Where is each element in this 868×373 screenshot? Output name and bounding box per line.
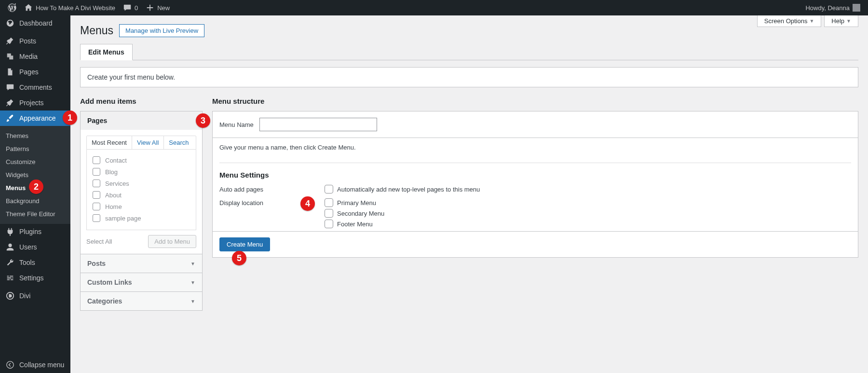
add-menu-items-heading: Add menu items [80,97,203,105]
checkbox-icon[interactable] [93,168,100,176]
option-label: Primary Menu [337,199,376,207]
annotation-badge-4: 4 [300,196,315,211]
pin-icon [6,98,14,107]
sidebar-item-appearance[interactable]: Appearance 1 [0,111,70,126]
collapse-label: Collapse menu [19,361,64,369]
sidebar-item-dashboard[interactable]: Dashboard [0,15,70,31]
page-checkbox-row[interactable]: sample page [92,212,191,224]
sidebar-item-pages[interactable]: Pages [0,64,70,80]
accordion-pages-toggle[interactable]: Pages [81,111,202,130]
screen-options-button[interactable]: Screen Options ▼ [757,15,822,27]
sidebar-item-label: Users [19,243,37,251]
menu-settings-heading: Menu Settings [219,171,851,179]
pages-tab-recent[interactable]: Most Recent [87,136,132,149]
sidebar-item-plugins[interactable]: Plugins [0,224,70,239]
sidebar-subitem-background[interactable]: Background [0,194,70,207]
sidebar-subitem-themes[interactable]: Themes [0,129,70,142]
new-content-link[interactable]: New [142,0,174,15]
appearance-submenu: Themes Patterns Customize Widgets Menus … [0,126,70,224]
annotation-badge-1: 1 [63,111,77,125]
screen-options-label: Screen Options [764,17,808,25]
page-item-label: Blog [105,168,118,176]
location-footer-checkbox[interactable]: Footer Menu [325,220,384,228]
sidebar-item-label: Pages [19,68,39,76]
annotation-badge-2: 2 [29,180,43,194]
page-item-label: Contact [105,157,127,164]
sidebar-item-tools[interactable]: Tools [0,255,70,270]
help-button[interactable]: Help ▼ [824,15,858,27]
page-icon [6,68,14,76]
checkbox-icon[interactable] [325,185,333,193]
add-items-accordion: Pages Most Recent View All Search Contac… [80,111,203,311]
sidebar-subitem-menus[interactable]: Menus 2 [0,181,70,194]
page-checkbox-row[interactable]: Blog [92,166,191,178]
page-item-label: sample page [105,215,141,222]
sidebar-item-label: Plugins [19,228,41,235]
sidebar-item-label: Dashboard [19,19,53,27]
sidebar-item-projects[interactable]: Projects [0,95,70,111]
accordion-title-label: Categories [87,297,122,305]
pages-tab-search[interactable]: Search [164,136,193,149]
annotation-badge-3: 3 [196,113,210,128]
media-icon [6,52,14,61]
pages-tab-view-all[interactable]: View All [132,136,164,149]
checkbox-icon[interactable] [93,191,100,199]
sidebar-item-label: Comments [19,83,52,91]
tab-edit-menus[interactable]: Edit Menus [80,44,133,60]
sidebar-item-media[interactable]: Media [0,49,70,64]
checkbox-icon[interactable] [325,198,333,207]
page-checkbox-row[interactable]: About [92,189,191,201]
accordion-custom-links-toggle[interactable]: Custom Links▼ [81,273,202,291]
page-item-label: About [105,192,122,199]
location-primary-checkbox[interactable]: Primary Menu [325,198,384,207]
sidebar-item-settings[interactable]: Settings [0,270,70,286]
new-label: New [157,4,170,12]
sidebar-item-divi[interactable]: Divi [0,288,70,304]
page-checkbox-row[interactable]: Contact [92,154,191,166]
menu-name-input[interactable] [259,118,377,131]
wp-logo-menu[interactable] [4,0,20,15]
accordion-categories-toggle[interactable]: Categories▼ [81,292,202,310]
nav-tab-wrapper: Edit Menus [80,44,858,60]
checkbox-icon[interactable] [325,209,333,218]
page-checkbox-row[interactable]: Services [92,178,191,189]
sidebar-item-label: Appearance [19,114,56,122]
account-menu[interactable]: Howdy, Deanna [801,0,864,15]
site-name-link[interactable]: How To Make A Divi Website [20,0,119,15]
add-to-menu-button[interactable]: Add to Menu [148,235,196,248]
checkbox-icon[interactable] [93,180,100,187]
sidebar-item-label: Posts [19,37,36,45]
option-label: Automatically add new top-level pages to… [337,186,480,193]
annotation-badge-5: 5 [232,251,246,265]
sidebar-subitem-customize[interactable]: Customize [0,155,70,168]
auto-add-checkbox[interactable]: Automatically add new top-level pages to… [325,185,480,193]
divi-logo-icon [6,291,14,300]
wordpress-logo-icon [8,3,16,12]
sliders-icon [6,274,14,282]
checkbox-icon[interactable] [93,214,100,222]
menu-name-label: Menu Name [219,121,254,128]
sidebar-item-label: Tools [19,259,35,266]
location-secondary-checkbox[interactable]: Secondary Menu [325,209,384,218]
checkbox-icon[interactable] [93,203,100,210]
svg-point-1 [7,361,14,368]
sidebar-item-comments[interactable]: Comments [0,80,70,95]
collapse-menu-button[interactable]: Collapse menu [0,357,70,373]
pages-list: Contact Blog Services About Home sample … [86,150,196,230]
home-icon [24,3,33,12]
comments-link[interactable]: 0 [119,0,142,15]
sidebar-subitem-patterns[interactable]: Patterns [0,142,70,155]
page-checkbox-row[interactable]: Home [92,201,191,212]
checkbox-icon[interactable] [93,156,100,164]
accordion-posts-toggle[interactable]: Posts▼ [81,254,202,273]
sidebar-subitem-theme-editor[interactable]: Theme File Editor [0,207,70,221]
sidebar-item-posts[interactable]: Posts [0,33,70,49]
create-menu-button[interactable]: Create Menu [219,237,270,251]
manage-live-preview-button[interactable]: Manage with Live Preview [119,24,204,37]
checkbox-icon[interactable] [325,220,333,228]
help-label: Help [831,17,844,25]
menu-structure-heading: Menu structure [212,97,858,105]
sidebar-item-users[interactable]: Users [0,239,70,255]
select-all-link[interactable]: Select All [86,238,112,245]
wrench-icon [6,258,14,267]
